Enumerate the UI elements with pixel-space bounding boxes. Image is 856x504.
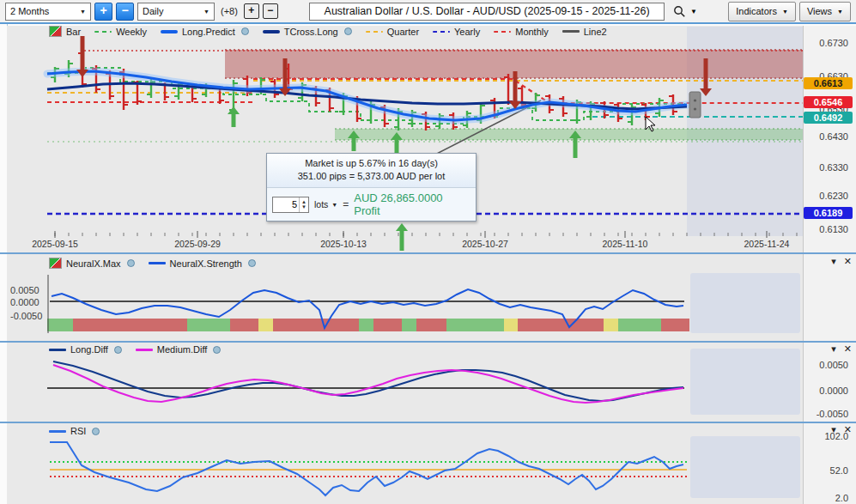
panel3-close-button[interactable]: ✕ [844, 344, 852, 353]
legend-item-neuralx-strength[interactable]: NeuralX.Strength [149, 258, 256, 269]
price-level-badge: 0.6189 [804, 207, 853, 219]
legend-label: Bar [66, 27, 81, 37]
date-tick-label: 2025-11-24 [744, 239, 790, 249]
legend-item-long-predict[interactable]: Long.Predict [161, 27, 249, 37]
lots-unit-label: lots [314, 199, 328, 209]
panel4-close-button[interactable]: ✕ [844, 425, 852, 434]
neuralx-max-strip [446, 319, 504, 331]
legend-label: Quarter [387, 27, 419, 37]
neuralx-max-strip [402, 319, 416, 331]
neuralx-max-strip [230, 319, 258, 331]
date-tick-label: 2025-11-10 [603, 239, 648, 249]
panel3-controls: ▾ ✕ [831, 344, 852, 353]
tooltip-line1: Market is up 5.67% in 16 day(s) [272, 157, 470, 170]
legend-label: Long.Diff [70, 344, 108, 355]
chevron-down-icon: ▼ [782, 9, 788, 15]
series-toggle-dot[interactable] [114, 346, 122, 354]
dashed-line-icon [94, 31, 112, 33]
date-tick-label: 2025-09-29 [174, 239, 221, 249]
legend-item-line2[interactable]: Line2 [562, 27, 607, 37]
interval-select[interactable]: Daily ▼ [137, 3, 215, 21]
panel3-collapse-button[interactable]: ▾ [831, 344, 836, 353]
search-dropdown-caret[interactable]: ▼ [690, 8, 697, 15]
neuralx-max-strip [661, 319, 689, 331]
chevron-down-icon: ▼ [331, 202, 337, 208]
chevron-down-icon: ▼ [203, 9, 209, 15]
profit-value: AUD 26,865.0000 Profit [354, 191, 470, 217]
panel3-legend: Long.DiffMedium.Diff [49, 344, 221, 355]
panel4-controls: ▾ ✕ [831, 425, 852, 434]
panel2-controls: ▾ ✕ [831, 257, 852, 265]
legend-item-medium-diff[interactable]: Medium.Diff [136, 344, 221, 355]
chevron-down-icon: ▼ [837, 9, 843, 15]
separator-p2-p3[interactable] [0, 341, 856, 343]
separator-main-p2[interactable] [0, 252, 856, 254]
line-icon [263, 30, 280, 33]
legend-item-yearly[interactable]: Yearly [433, 27, 480, 37]
legend-item-rsi[interactable]: RSI [49, 426, 100, 436]
separator-p3-p4[interactable] [0, 422, 856, 423]
lots-input[interactable] [273, 197, 299, 212]
neuralx-max-strip [258, 319, 273, 331]
period-decrease-button[interactable]: − [116, 3, 134, 21]
offset-increase-button[interactable]: + [244, 3, 259, 19]
p4-future-zone [690, 436, 800, 498]
p3-future-zone [690, 349, 800, 415]
panel2-close-button[interactable]: ✕ [844, 257, 852, 265]
price-level-badge: 0.6546 [804, 96, 853, 108]
bars-offset-label: (+8) [221, 6, 238, 16]
symbol-title-input[interactable]: Australian Dollar / U.S. Dollar - AUD/US… [309, 3, 665, 21]
medium-diff-line [53, 365, 683, 403]
panel2-collapse-button[interactable]: ▾ [831, 257, 836, 265]
neuralx-max-strip [187, 319, 230, 331]
lots-stepper[interactable]: ▲ ▼ [272, 197, 309, 213]
series-toggle-dot[interactable] [241, 27, 249, 35]
offset-decrease-button[interactable]: − [263, 3, 278, 19]
current-bar-handle[interactable] [689, 92, 701, 118]
series-toggle-dot[interactable] [344, 27, 352, 35]
bar-series-icon [49, 26, 62, 37]
series-toggle-dot[interactable] [248, 259, 256, 267]
tooltip-text: Market is up 5.67% in 16 day(s) 351.00 p… [267, 154, 476, 188]
price-level-badge: 0.6613 [804, 77, 853, 89]
legend-item-long-diff[interactable]: Long.Diff [49, 344, 122, 355]
period-select[interactable]: 2 Months ▼ [5, 3, 91, 21]
legend-item-weekly[interactable]: Weekly [94, 27, 147, 37]
legend-label: NeuralX.Max [66, 258, 121, 269]
legend-item-monthly[interactable]: Monthly [494, 27, 549, 37]
toolbar-center-group: Australian Dollar / U.S. Dollar - AUD/US… [309, 3, 697, 21]
neuralx-max-strip [518, 319, 604, 331]
panel4-tick-label: 52.0 [805, 465, 848, 476]
indicators-button[interactable]: Indicators ▼ [728, 2, 796, 21]
neuralx-max-strip [273, 319, 359, 331]
bar-series-icon [49, 258, 62, 269]
toolbar: 2 Months ▼ + − Daily ▼ (+8) + − Australi… [0, 0, 856, 24]
legend-label: RSI [70, 426, 86, 436]
stepper-down-icon[interactable]: ▼ [301, 204, 307, 209]
legend-item-bar[interactable]: Bar [49, 26, 81, 37]
series-toggle-dot[interactable] [213, 346, 221, 354]
series-toggle-dot[interactable] [92, 428, 100, 435]
legend-label: Weekly [116, 27, 147, 37]
tooltip-line2: 351.00 pips = 5,373.00 AUD per lot [272, 170, 470, 183]
panel2-tick-label: 0.0050 [10, 285, 39, 295]
buy-arrow-icon [396, 223, 408, 231]
legend-label: Monthly [515, 27, 549, 37]
stepper-arrows[interactable]: ▲ ▼ [299, 197, 308, 212]
legend-item-neuralx-max[interactable]: NeuralX.Max [49, 258, 135, 269]
date-tick-label: 2025-10-13 [320, 239, 367, 249]
neuralx-max-strip [47, 319, 73, 331]
panel4-collapse-button[interactable]: ▾ [831, 425, 836, 434]
panel2-tick-label: -0.0050 [10, 311, 42, 321]
legend-item-tcross-long[interactable]: TCross.Long [263, 27, 352, 37]
views-button[interactable]: Views ▼ [799, 2, 851, 21]
chevron-down-icon: ▼ [80, 9, 86, 15]
lots-unit-dropdown[interactable]: lots ▼ [314, 199, 337, 209]
search-icon[interactable] [673, 5, 686, 18]
legend-item-quarter[interactable]: Quarter [366, 27, 419, 37]
period-increase-button[interactable]: + [94, 3, 112, 21]
neuralx-max-strip [73, 319, 187, 331]
series-toggle-dot[interactable] [127, 259, 135, 267]
price-tick-label: 0.6730 [805, 38, 848, 48]
support-band [335, 129, 803, 140]
